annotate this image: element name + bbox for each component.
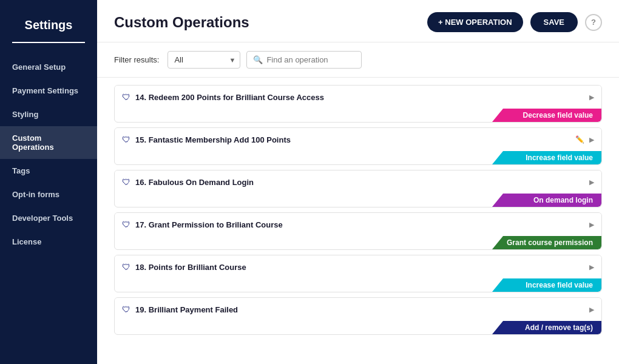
operation-tag: On demand login — [492, 194, 601, 207]
sidebar: Settings General SetupPayment SettingsSt… — [0, 0, 97, 364]
new-operation-button[interactable]: + NEW OPERATION — [427, 12, 523, 32]
operation-name: 16. Fabulous On Demand Login — [135, 178, 584, 187]
operation-tag-row: Decrease field value — [115, 109, 601, 122]
operation-item: 🛡17. Grant Permission to Briliant Course… — [114, 212, 602, 250]
shield-icon: 🛡 — [122, 135, 130, 144]
operation-item: 🛡16. Fabulous On Demand Login▶On demand … — [114, 170, 602, 207]
operation-tag: Grant course permission — [492, 236, 601, 249]
edit-icon[interactable]: ✏️ — [575, 135, 584, 144]
shield-icon: 🛡 — [122, 177, 130, 187]
operation-name: 14. Redeem 200 Points for Brilliant Cour… — [135, 93, 584, 102]
operation-tag-row: Increase field value — [115, 151, 601, 164]
operation-name: 19. Brilliant Payment Failed — [135, 305, 584, 314]
operation-row[interactable]: 🛡18. Points for Brilliant Course▶ — [115, 255, 601, 278]
operation-item: 🛡18. Points for Brilliant Course▶Increas… — [114, 255, 602, 292]
operation-tag-row: Grant course permission — [115, 236, 601, 249]
sidebar-item-license[interactable]: License — [0, 230, 97, 254]
help-button[interactable]: ? — [585, 14, 602, 31]
filter-label: Filter results: — [114, 55, 159, 64]
operation-tag: Increase field value — [492, 278, 601, 292]
operation-tag: Increase field value — [492, 151, 601, 164]
chevron-right-icon: ▶ — [589, 221, 594, 229]
operation-tag-row: On demand login — [115, 194, 601, 207]
page-title: Custom Operations — [114, 14, 420, 31]
chevron-right-icon: ▶ — [589, 263, 594, 271]
operations-list: 🛡14. Redeem 200 Points for Brilliant Cou… — [97, 78, 619, 364]
operation-tag-row: Increase field value — [115, 278, 601, 292]
operation-row[interactable]: 🛡16. Fabulous On Demand Login▶ — [115, 170, 601, 194]
main-header: Custom Operations + NEW OPERATION SAVE ? — [97, 0, 619, 42]
sidebar-item-developer-tools[interactable]: Developer Tools — [0, 206, 97, 230]
operation-row[interactable]: 🛡17. Grant Permission to Briliant Course… — [115, 213, 601, 236]
operation-row[interactable]: 🛡14. Redeem 200 Points for Brilliant Cou… — [115, 86, 601, 109]
sidebar-item-payment-settings[interactable]: Payment Settings — [0, 79, 97, 103]
search-box: 🔍 — [246, 51, 362, 69]
operation-row[interactable]: 🛡15. Fantastic Membership Add 100 Points… — [115, 128, 601, 151]
chevron-right-icon: ▶ — [589, 306, 594, 314]
operation-row[interactable]: 🛡19. Brilliant Payment Failed▶ — [115, 298, 601, 321]
sidebar-title: Settings — [0, 12, 97, 42]
search-input[interactable] — [266, 55, 351, 64]
operation-item: 🛡19. Brilliant Payment Failed▶Add / remo… — [114, 297, 602, 335]
shield-icon: 🛡 — [122, 220, 130, 229]
shield-icon: 🛡 — [122, 92, 130, 102]
sidebar-divider — [12, 42, 85, 43]
operation-tag: Add / remove tag(s) — [492, 321, 601, 334]
chevron-right-icon: ▶ — [589, 178, 594, 186]
operation-name: 17. Grant Permission to Briliant Course — [135, 220, 584, 229]
main-content: Custom Operations + NEW OPERATION SAVE ?… — [97, 0, 619, 364]
search-icon: 🔍 — [253, 55, 263, 64]
sidebar-item-custom-operations[interactable]: Custom Operations — [0, 126, 97, 159]
sidebar-item-general-setup[interactable]: General Setup — [0, 55, 97, 79]
shield-icon: 🛡 — [122, 262, 130, 272]
operation-item: 🛡14. Redeem 200 Points for Brilliant Cou… — [114, 85, 602, 123]
shield-icon: 🛡 — [122, 305, 130, 314]
save-button[interactable]: SAVE — [530, 12, 578, 32]
chevron-right-icon: ▶ — [589, 136, 594, 144]
operation-item: 🛡15. Fantastic Membership Add 100 Points… — [114, 127, 602, 165]
chevron-right-icon: ▶ — [589, 93, 594, 101]
operation-tag: Decrease field value — [492, 109, 601, 122]
operation-name: 15. Fantastic Membership Add 100 Points — [135, 135, 568, 144]
filter-bar: Filter results: All ▼ 🔍 — [97, 42, 619, 78]
operation-name: 18. Points for Brilliant Course — [135, 263, 584, 272]
sidebar-item-styling[interactable]: Styling — [0, 103, 97, 126]
filter-select[interactable]: All — [167, 51, 240, 69]
sidebar-item-opt-in-forms[interactable]: Opt-in forms — [0, 183, 97, 206]
sidebar-item-tags[interactable]: Tags — [0, 159, 97, 183]
filter-select-wrapper: All ▼ — [167, 51, 240, 69]
operation-tag-row: Add / remove tag(s) — [115, 321, 601, 334]
